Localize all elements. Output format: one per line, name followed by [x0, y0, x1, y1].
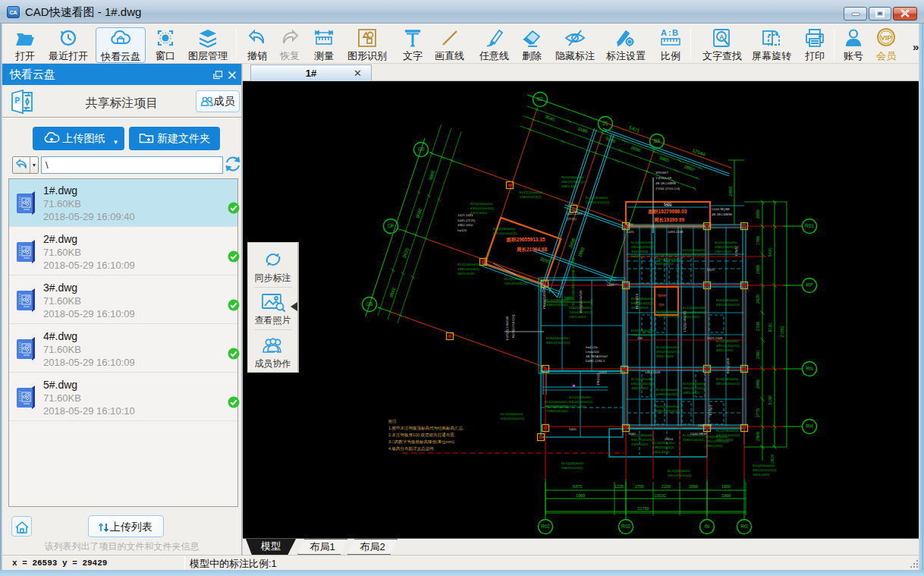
svg-text:1900: 1900 — [721, 484, 731, 489]
svg-text:KL2(2)300x650: KL2(2)300x650 — [668, 469, 690, 473]
svg-text:1403 2448: 1403 2448 — [645, 370, 661, 374]
svg-text:5Φ8@200/2(2): 5Φ8@200/2(2) — [561, 466, 583, 470]
svg-text:KL1(2)300x650: KL1(2)300x650 — [545, 400, 567, 404]
svg-text:4Φ8@100/2(2): 4Φ8@100/2(2) — [656, 392, 678, 396]
svg-text:KL05(2748,C/4): KL05(2748,C/4) — [511, 314, 515, 338]
svg-text:KL5(2)300x650: KL5(2)300x650 — [656, 345, 679, 349]
svg-text:4Φ25;3Φ22: 4Φ25;3Φ22 — [716, 348, 734, 352]
svg-text:4Φ12@100/2(2): 4Φ12@100/2(2) — [656, 350, 680, 354]
svg-text:2100: 2100 — [662, 484, 671, 489]
svg-text:2865: 2865 — [756, 265, 760, 274]
svg-text::: : — [668, 28, 671, 37]
svg-text:19100: 19100 — [654, 493, 665, 498]
svg-text:G0: G0 — [418, 146, 425, 152]
svg-text:1900: 1900 — [721, 493, 731, 498]
svg-text:3Φ8@200/2(2): 3Φ8@200/2(2) — [546, 303, 568, 307]
svg-text:4B 1BC/4BRE: 4B 1BC/4BRE — [655, 181, 676, 185]
svg-text:8Φ12@200/2(2): 8Φ12@200/2(2) — [716, 382, 740, 386]
svg-text:3850: 3850 — [756, 209, 760, 219]
svg-text:4Φ25;4Φ22: 4Φ25;4Φ22 — [561, 184, 579, 188]
svg-text:4Φ25;4Φ22: 4Φ25;4Φ22 — [631, 306, 649, 310]
svg-text:B8: B8 — [654, 138, 660, 143]
svg-text:周长19399 99: 周长19399 99 — [653, 217, 684, 223]
svg-text:1.图中未注明板顶标高均为结构标高汇总.: 1.图中未注明板顶标高均为结构标高汇总. — [388, 426, 464, 431]
svg-text:5400: 5400 — [626, 222, 633, 226]
svg-text:1425 2493: 1425 2493 — [457, 213, 473, 217]
svg-text:4B 7B5A20562: 4B 7B5A20562 — [586, 354, 608, 358]
svg-text:2700: 2700 — [635, 484, 644, 489]
svg-text:2493 2248: 2493 2248 — [668, 230, 684, 234]
svg-text:C040 MQBE: C040 MQBE — [712, 207, 730, 211]
svg-text:9Φ12@200/2(2): 9Φ12@200/2(2) — [545, 404, 569, 408]
svg-text:5400: 5400 — [665, 203, 672, 207]
svg-text:6Φ12@200/2(2): 6Φ12@200/2(2) — [683, 253, 707, 257]
svg-text:2Φ25;4Φ22: 2Φ25;4Φ22 — [470, 211, 488, 215]
svg-text:2.未注明板厚100,双层双向拉通布置.: 2.未注明板厚100,双层双向拉通布置. — [388, 432, 456, 437]
svg-text:周长21904.68: 周长21904.68 — [516, 247, 547, 253]
svg-text:周长: 周长 — [658, 303, 665, 307]
svg-text:2905: 2905 — [756, 432, 760, 441]
svg-text:KL9(2)300x650: KL9(2)300x650 — [706, 435, 728, 439]
svg-text:8161: 8161 — [768, 323, 772, 332]
svg-text:KL2(2)240: KL2(2)240 — [635, 293, 639, 309]
svg-text:9Φ12@100/2(2): 9Φ12@100/2(2) — [569, 400, 593, 404]
svg-text:3Φ25;3Φ22: 3Φ25;3Φ22 — [683, 391, 700, 395]
svg-text:6Φ10@200/2(2): 6Φ10@200/2(2) — [501, 417, 525, 420]
svg-text:L1(1)240x400: L1(1)240x400 — [683, 311, 687, 332]
svg-text:1900: 1900 — [576, 493, 585, 498]
svg-text:9Φ12@100/2(2): 9Φ12@100/2(2) — [683, 386, 707, 390]
svg-text:2Φ10@200/2(2): 2Φ10@200/2(2) — [656, 409, 680, 413]
svg-text:Lmax500: Lmax500 — [586, 350, 599, 354]
svg-text:2881: 2881 — [756, 350, 760, 359]
svg-text:KL6(2)300x650: KL6(2)300x650 — [753, 464, 775, 467]
svg-text:3775: 3775 — [756, 408, 760, 417]
svg-text:6Φ12@200/2(2): 6Φ12@200/2(2) — [631, 382, 655, 386]
svg-text:2920: 2920 — [756, 294, 760, 304]
svg-text:R03: R03 — [621, 524, 630, 529]
svg-text:3PK/6KT: 3PK/6KT — [655, 171, 669, 175]
svg-text:KL6(3)240x500: KL6(3)240x500 — [579, 290, 583, 313]
svg-text:9Φ12@200/2(2): 9Φ12@200/2(2) — [753, 468, 777, 472]
svg-text:7Φ8@200/2(2): 7Φ8@200/2(2) — [652, 445, 674, 449]
svg-text:h=4.21b: h=4.21b — [586, 345, 598, 349]
svg-text:KL6(2)300x650: KL6(2)300x650 — [656, 310, 679, 313]
svg-text:6Φ12@200/2(2): 6Φ12@200/2(2) — [716, 303, 740, 307]
svg-text:KL7(2)300x650: KL7(2)300x650 — [457, 263, 480, 266]
svg-text:KL2(2)300x650: KL2(2)300x650 — [586, 196, 608, 200]
svg-text:1425 2448: 1425 2448 — [707, 336, 723, 340]
svg-text:2Φ25;4Φ22: 2Φ25;4Φ22 — [656, 262, 674, 266]
svg-text:KL1(2)300x650: KL1(2)300x650 — [683, 382, 706, 386]
svg-text:D4B2-1294.5: D4B2-1294.5 — [586, 359, 605, 363]
svg-text:5Φ8@100/2(2): 5Φ8@100/2(2) — [520, 195, 542, 199]
svg-text:KL3(2)300x650: KL3(2)300x650 — [716, 377, 739, 381]
svg-text:IN: IN — [705, 524, 710, 529]
svg-text:2250: 2250 — [539, 257, 551, 264]
svg-text:KL4(2)300x650: KL4(2)300x650 — [656, 388, 679, 392]
svg-text:5431: 5431 — [768, 247, 772, 257]
svg-text:KL2(2)300x650: KL2(2)300x650 — [683, 248, 706, 252]
svg-text:5Φ10@100/2(2): 5Φ10@100/2(2) — [668, 474, 692, 477]
svg-text:1786: 1786 — [756, 236, 760, 245]
svg-text:KL8(2)300x650: KL8(2)300x650 — [656, 253, 679, 257]
svg-text:KL7(2)300x650: KL7(2)300x650 — [631, 377, 654, 381]
svg-text:h=120: h=120 — [457, 228, 467, 232]
svg-text:4.板内分布筋详见总说明.: 4.板内分布筋详见总说明. — [388, 446, 435, 452]
svg-text:RP: RP — [806, 282, 812, 288]
svg-text:3Φ8@100/2(2): 3Φ8@100/2(2) — [457, 267, 479, 271]
svg-text:(2T25): (2T25) — [567, 217, 577, 221]
svg-text:R02: R02 — [541, 524, 550, 529]
svg-text:7Φ12@100/2(2): 7Φ12@100/2(2) — [706, 439, 730, 443]
svg-text:A: A — [719, 33, 724, 41]
svg-text:4Φ25;2Φ22: 4Φ25;2Φ22 — [569, 404, 586, 408]
svg-text:KL6(2)300x650: KL6(2)300x650 — [493, 227, 516, 231]
svg-text:R01: R01 — [805, 223, 814, 228]
svg-text:KL2(2)300x650: KL2(2)300x650 — [683, 306, 706, 310]
svg-text:RG: RG — [740, 524, 748, 529]
svg-text:KL6(2)300x650: KL6(2)300x650 — [470, 202, 493, 206]
svg-text:KL1(2)300x650: KL1(2)300x650 — [520, 190, 542, 194]
svg-text:RH: RH — [806, 423, 813, 429]
svg-text:附注: 附注 — [388, 419, 398, 424]
svg-text:5471: 5471 — [629, 124, 641, 134]
svg-text:2Φ25;4Φ22: 2Φ25;4Φ22 — [652, 450, 670, 454]
svg-text:5443: 5443 — [599, 370, 607, 374]
